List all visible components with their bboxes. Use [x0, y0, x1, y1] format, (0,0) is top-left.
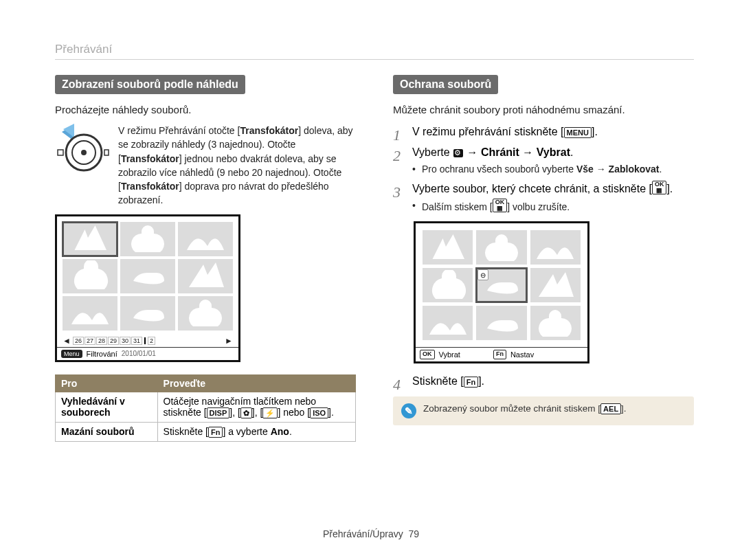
next-arrow-icon: ► — [223, 336, 234, 346]
flash-key-icon: ⚡ — [262, 407, 278, 418]
thumbnail-item — [63, 259, 117, 293]
fn-key-icon: Fn — [464, 377, 478, 388]
thumbnail-item-selected: ⊖ — [476, 268, 526, 302]
ael-key-icon: AEL — [600, 403, 621, 414]
steps-list-cont: Stiskněte [Fn]. — [393, 373, 694, 390]
svg-point-2 — [81, 150, 87, 155]
thumbnail-item — [423, 268, 473, 302]
thumbnail-item — [120, 296, 175, 331]
fn-chip-icon: Fn — [493, 350, 506, 359]
thumbnail-item — [476, 230, 526, 265]
ok-chip-icon: OK — [420, 350, 435, 359]
thumbnail-item — [120, 222, 175, 256]
thumbnail-item — [530, 230, 581, 265]
flower-key-icon: ✿ — [240, 407, 252, 418]
intro-text: Procházejte náhledy souborů. — [55, 102, 356, 117]
dial-caption: V režimu Přehrávání otočte [Transfokátor… — [118, 124, 356, 208]
table-header-pro: Pro — [56, 374, 158, 392]
thumbnail-preview-screen: ◄ 26 27 28 29 30 31 2 ► Menu Filtrování … — [55, 214, 240, 362]
thumbnail-item — [530, 268, 581, 302]
menu-key-icon: MENU — [564, 127, 592, 138]
step-item: V režimu přehrávání stiskněte [MENU]. — [393, 124, 694, 140]
step-item: Vyberte soubor, který chcete chránit, a … — [393, 181, 694, 214]
svg-rect-3 — [58, 150, 63, 155]
filmstrip-bar: ◄ 26 27 28 29 30 31 2 ► — [57, 336, 238, 347]
status-date: 2010/01/01 — [122, 350, 156, 357]
table-header-action: Proveďte — [157, 374, 355, 392]
protect-intro: Můžete chránit soubory proti náhodnému s… — [393, 102, 694, 117]
filter-label: Filtrování — [87, 350, 117, 358]
zoom-dial-illustration — [55, 124, 110, 175]
table-row: Mazání souborů Stiskněte [Fn] a vyberte … — [56, 423, 356, 442]
thumbnail-item — [530, 306, 581, 340]
fn-key-icon: Fn — [208, 427, 223, 438]
section-title-protect: Ochrana souborů — [393, 75, 498, 94]
thumbnail-item — [476, 306, 526, 340]
info-note: ✎ Zobrazený soubor můžete chránit stiske… — [393, 396, 694, 425]
lock-icon: ⊖ — [477, 269, 488, 280]
section-title-thumbnails: Zobrazení souborů podle náhledu — [55, 75, 245, 94]
step-item: Stiskněte [Fn]. — [393, 373, 694, 390]
disp-key-icon: DISP — [207, 407, 230, 418]
thumbnail-item — [178, 296, 233, 331]
iso-key-icon: ISO — [310, 407, 328, 418]
page-footer: Přehrávání/Úpravy 79 — [0, 528, 742, 539]
svg-rect-4 — [104, 150, 109, 155]
protect-preview-screen: ⊖ OK Vybrat Fn Nastav — [414, 221, 589, 363]
prev-arrow-icon: ◄ — [61, 336, 72, 346]
right-column: Ochrana souborů Můžete chránit soubory p… — [393, 75, 694, 453]
menu-chip: Menu — [61, 350, 82, 358]
table-row: Vyhledávání v souborech Otáčejte navigač… — [56, 392, 356, 422]
thumbnail-item — [120, 259, 175, 293]
thumbnail-item — [178, 222, 233, 256]
steps-list: V režimu přehrávání stiskněte [MENU]. Vy… — [393, 124, 694, 214]
screen-status-bar: Menu Filtrování 2010/01/01 — [57, 347, 238, 360]
left-column: Zobrazení souborů podle náhledu Procháze… — [55, 75, 356, 453]
thumbnail-item — [63, 222, 117, 256]
ok-key-icon: OK▦ — [652, 181, 667, 194]
step-item: Vyberte → Chránit → Vybrat. Pro ochranu … — [393, 144, 694, 177]
info-icon: ✎ — [401, 403, 416, 418]
thumbnail-item — [423, 230, 473, 265]
thumbnail-item — [178, 259, 233, 293]
ok-key-icon: OK▦ — [493, 199, 508, 212]
actions-table: Pro Proveďte Vyhledávání v souborech Otá… — [55, 374, 356, 443]
protect-status-bar: OK Vybrat Fn Nastav — [416, 347, 587, 361]
playback-settings-icon — [453, 149, 463, 157]
thumbnail-item — [63, 296, 117, 331]
thumbnail-item — [423, 306, 473, 340]
breadcrumb: Přehrávání — [55, 43, 694, 60]
